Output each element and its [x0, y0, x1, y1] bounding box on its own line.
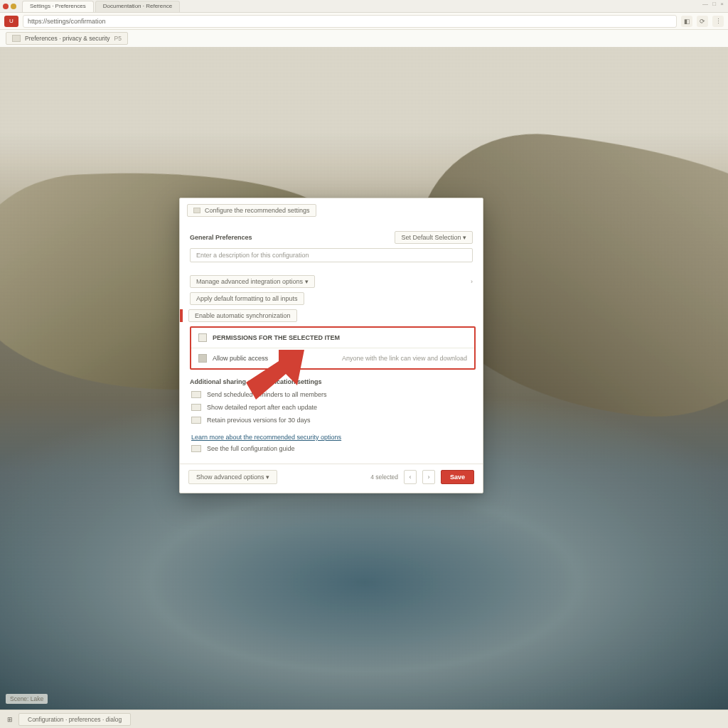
list-item-icon	[191, 417, 201, 424]
settings-list: Send scheduled reminders to all members …	[180, 385, 483, 428]
learn-more-link[interactable]: Learn more about the recommended securit…	[180, 428, 483, 442]
url-input[interactable]: https://settings/confirmation	[23, 15, 677, 28]
footer-meta: 4 selected	[370, 473, 398, 481]
list-item-icon	[191, 445, 201, 452]
dialog-topstrip: Configure the recommended settings	[180, 198, 483, 223]
list-item[interactable]: Show detailed report after each update	[191, 401, 471, 414]
option-sync-chip[interactable]: Enable automatic synchronization	[188, 309, 297, 322]
window-sys-buttons[interactable]: — □ ×	[702, 1, 725, 12]
shield-icon[interactable]: ◧	[681, 16, 692, 27]
start-button[interactable]: ⊞	[7, 716, 13, 723]
list-item[interactable]: See the full configuration guide	[191, 442, 471, 455]
taskbar: ⊞ Configuration · preferences · dialog	[0, 710, 728, 728]
general-label: General Preferences	[190, 234, 252, 241]
dialog-section-below: Additional sharing and notification sett…	[180, 374, 483, 385]
close-icon[interactable]	[3, 4, 9, 9]
permission-heading: PERMISSIONS FOR THE SELECTED ITEM	[213, 334, 340, 341]
bookmark-chip[interactable]: Preferences · privacy & security P5	[6, 32, 128, 45]
permission-checkbox-1[interactable]	[198, 333, 207, 342]
list-item[interactable]: Retain previous versions for 30 days	[191, 414, 471, 427]
show-advanced-button[interactable]: Show advanced options ▾	[188, 470, 277, 484]
tab-strip: Settings · Preferences Documentation · R…	[0, 0, 728, 13]
permission-option-label: Allow public access	[213, 355, 268, 362]
minimize-icon[interactable]	[11, 4, 16, 9]
list-item[interactable]: Send scheduled reminders to all members	[191, 388, 471, 401]
list-item-label: Send scheduled reminders to all members	[207, 391, 327, 398]
list-item-label: Retain previous versions for 30 days	[207, 417, 311, 424]
desktop-scene-label: Scene: Lake	[6, 694, 48, 704]
option-formatting-chip[interactable]: Apply default formatting to all inputs	[190, 292, 304, 305]
bookmark-icon	[12, 35, 21, 42]
permission-option-desc: Anyone with the link can view and downlo…	[342, 355, 467, 362]
dialog-section-general: General Preferences Set Default Selectio…	[180, 223, 483, 262]
context-chip-icon	[193, 208, 200, 213]
list-item-icon	[191, 391, 201, 398]
save-button[interactable]: Save	[441, 470, 474, 484]
description-input[interactable]: Enter a description for this configurati…	[190, 248, 473, 262]
bookmark-tag: P5	[114, 35, 122, 42]
settings-dialog: Configure the recommended settings Gener…	[179, 198, 483, 493]
list-item-label: See the full configuration guide	[207, 445, 295, 452]
menu-icon[interactable]: ⋮	[712, 16, 724, 27]
set-default-button[interactable]: Set Default Selection ▾	[395, 231, 473, 244]
browser-tab-1[interactable]: Settings · Preferences	[22, 1, 94, 12]
browser-chrome: Settings · Preferences Documentation · R…	[0, 0, 728, 47]
permission-checkbox-2[interactable]	[198, 354, 207, 363]
window-controls[interactable]	[3, 1, 16, 12]
bookmark-bar: Preferences · privacy & security P5	[0, 30, 728, 47]
list-item-label: Show detailed report after each update	[207, 404, 317, 411]
taskbar-app[interactable]: Configuration · preferences · dialog	[18, 713, 131, 726]
context-chip-label: Configure the recommended settings	[205, 207, 310, 214]
page-prev-button[interactable]: ‹	[404, 470, 417, 484]
bookmark-label: Preferences · privacy & security	[25, 35, 110, 42]
browser-tab-2[interactable]: Documentation · Reference	[95, 1, 180, 12]
url-bar-row: U https://settings/confirmation ◧ ⟳ ⋮	[0, 13, 728, 30]
option-expand-caret[interactable]: ›	[471, 278, 473, 285]
below-heading: Additional sharing and notification sett…	[190, 378, 322, 385]
dialog-footer: Show advanced options ▾ 4 selected ‹ › S…	[180, 464, 483, 493]
site-badge[interactable]: U	[4, 16, 18, 27]
highlighted-permission-panel: PERMISSIONS FOR THE SELECTED ITEM Allow …	[190, 326, 476, 370]
refresh-icon[interactable]: ⟳	[697, 16, 708, 27]
list-item-icon	[191, 404, 201, 411]
dialog-section-options: Manage advanced integration options ▾ › …	[180, 267, 483, 322]
page-next-button[interactable]: ›	[422, 470, 435, 484]
option-advanced-chip[interactable]: Manage advanced integration options ▾	[190, 275, 315, 288]
dialog-context-chip[interactable]: Configure the recommended settings	[187, 204, 316, 217]
